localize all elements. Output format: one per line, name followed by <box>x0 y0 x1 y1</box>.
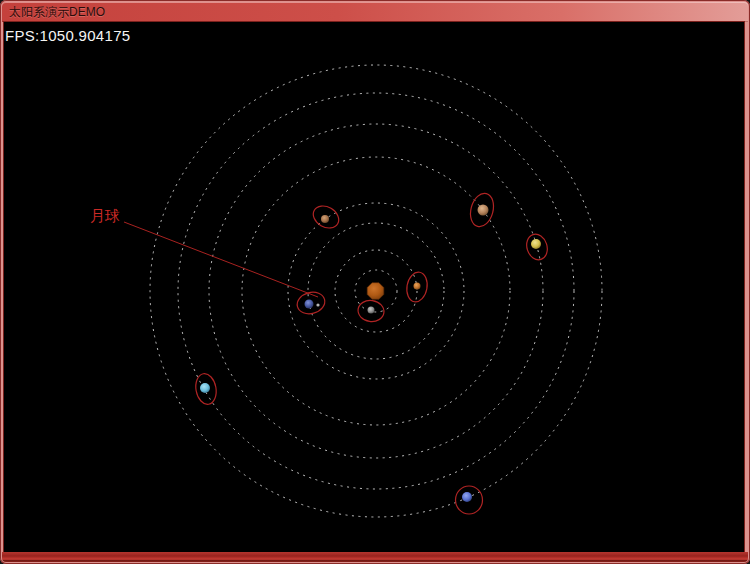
moon <box>316 303 319 306</box>
window-title: 太阳系演示DEMO <box>2 2 105 22</box>
app-window: 太阳系演示DEMO 月球 FPS:1050.904175 <box>0 0 750 564</box>
fps-counter: FPS:1050.904175 <box>5 27 130 44</box>
sun <box>367 283 384 300</box>
solar-system-canvas: 月球 <box>4 22 744 552</box>
planet-jupiter <box>478 205 489 216</box>
moon-label: 月球 <box>90 207 120 224</box>
planet-saturn <box>531 239 541 249</box>
planet-venus <box>414 283 421 290</box>
planet-mars <box>321 215 329 223</box>
moon-callout-line <box>124 222 318 297</box>
planet-earth <box>305 300 314 309</box>
planet-neptune <box>462 492 472 502</box>
scene-root <box>150 65 602 517</box>
planet-uranus <box>200 383 210 393</box>
title-bar[interactable]: 太阳系演示DEMO <box>2 2 748 22</box>
planet-mercury <box>368 307 375 314</box>
render-viewport[interactable]: 月球 FPS:1050.904175 <box>4 22 744 552</box>
